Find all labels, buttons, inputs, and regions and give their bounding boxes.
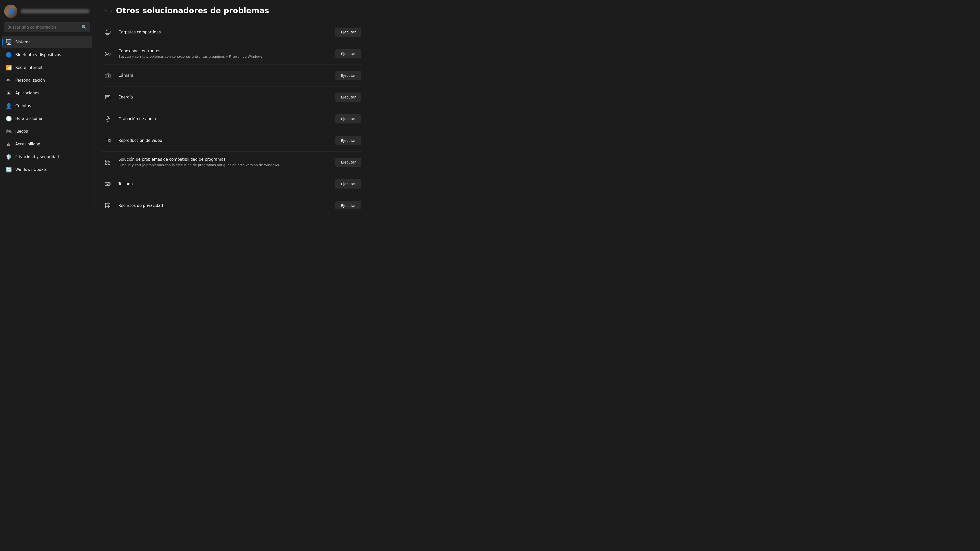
troubleshooter-item-carpetas: Carpetas compartidasEjecutar: [102, 21, 361, 43]
sidebar-item-privacidad[interactable]: 🛡️Privacidad y seguridad: [2, 151, 92, 163]
ejecutar-button-grabacion[interactable]: Ejecutar: [335, 114, 361, 124]
item-text-privacidad-recursos: Recursos de privacidad: [118, 203, 330, 208]
item-title-carpetas: Carpetas compartidas: [118, 30, 330, 35]
aplicaciones-icon: ⊞: [6, 90, 12, 96]
sidebar-item-sistema[interactable]: 🖥️Sistema: [2, 36, 92, 48]
power-icon: [102, 92, 113, 103]
breadcrumb-chevron: ›: [111, 8, 113, 13]
ejecutar-button-energia[interactable]: Ejecutar: [335, 93, 361, 102]
sidebar-item-bluetooth[interactable]: 🔵Bluetooth y dispositivos: [2, 49, 92, 61]
sidebar-item-cuentas[interactable]: 👤Cuentas: [2, 100, 92, 112]
sidebar-item-hora[interactable]: 🕐Hora e idioma: [2, 113, 92, 125]
accesibilidad-icon: ♿: [6, 141, 12, 147]
item-title-energia: Energía: [118, 95, 330, 100]
svg-point-3: [107, 75, 109, 77]
search-input[interactable]: [7, 25, 79, 30]
bluetooth-icon: 🔵: [6, 52, 12, 58]
main-content: ··· › Otros solucionadores de problemas …: [94, 0, 372, 209]
ejecutar-button-compatibilidad[interactable]: Ejecutar: [335, 158, 361, 167]
avatar: 👤: [4, 5, 18, 18]
item-title-conexiones: Conexiones entrantes: [118, 49, 330, 53]
user-name-blurred: [21, 9, 89, 13]
keyboard-icon: [102, 178, 113, 189]
svg-point-1: [107, 53, 108, 55]
cuentas-icon: 👤: [6, 103, 12, 109]
item-title-compatibilidad: Solución de problemas de compatibilidad …: [118, 157, 330, 162]
page-title: Otros solucionadores de problemas: [116, 6, 269, 15]
svg-rect-2: [105, 74, 110, 78]
svg-rect-13: [108, 163, 110, 165]
item-text-teclado: Teclado: [118, 182, 330, 186]
troubleshooter-item-camara: CámaraEjecutar: [102, 65, 361, 86]
item-description-conexiones: Busque y corrija problemas con conexione…: [118, 54, 330, 59]
svg-rect-10: [105, 160, 107, 162]
nav-list: 🖥️Sistema🔵Bluetooth y dispositivos📶Red e…: [0, 36, 94, 176]
sidebar-item-windows-update[interactable]: 🔄Windows Update: [2, 164, 92, 176]
sistema-icon: 🖥️: [6, 39, 12, 45]
sidebar-item-label-windows-update: Windows Update: [15, 167, 48, 172]
troubleshooter-item-video: Reproducción de vídeoEjecutar: [102, 130, 361, 151]
item-title-grabacion: Grabación de audio: [118, 117, 330, 121]
sidebar-item-label-sistema: Sistema: [15, 40, 30, 44]
sidebar-item-label-personalizacion: Personalización: [15, 78, 45, 83]
sidebar-item-label-red: Red e Internet: [15, 65, 43, 70]
sidebar-item-label-privacidad: Privacidad y seguridad: [15, 155, 59, 159]
sidebar-item-label-aplicaciones: Aplicaciones: [15, 91, 39, 95]
ejecutar-button-video[interactable]: Ejecutar: [335, 136, 361, 145]
windows-update-icon: 🔄: [6, 167, 12, 173]
hora-icon: 🕐: [6, 116, 12, 122]
personalizacion-icon: ✏️: [6, 77, 12, 83]
svg-rect-8: [107, 116, 108, 119]
svg-rect-0: [105, 31, 110, 33]
video-icon: [102, 135, 113, 146]
sidebar-item-juegos[interactable]: 🎮Juegos: [2, 125, 92, 138]
ejecutar-button-conexiones[interactable]: Ejecutar: [335, 49, 361, 59]
sidebar-item-label-juegos: Juegos: [15, 129, 28, 134]
item-text-compatibilidad: Solución de problemas de compatibilidad …: [118, 157, 330, 167]
printer-icon: [102, 27, 113, 38]
item-title-privacidad-recursos: Recursos de privacidad: [118, 203, 330, 208]
item-text-grabacion: Grabación de audio: [118, 117, 330, 121]
svg-rect-11: [105, 163, 107, 165]
item-title-video: Reproducción de vídeo: [118, 138, 330, 143]
search-icon: 🔍: [82, 25, 87, 30]
privacy-icon: [102, 200, 113, 209]
item-description-compatibilidad: Busque y corrija problemas con la ejecuc…: [118, 163, 330, 167]
item-text-conexiones: Conexiones entrantesBusque y corrija pro…: [118, 49, 330, 59]
ejecutar-button-carpetas[interactable]: Ejecutar: [335, 27, 361, 37]
item-text-camara: Cámara: [118, 73, 330, 78]
sidebar-item-label-cuentas: Cuentas: [15, 103, 31, 108]
sidebar-item-label-accesibilidad: Accesibilidad: [15, 142, 40, 146]
privacidad-icon: 🛡️: [6, 154, 12, 160]
svg-rect-22: [105, 203, 110, 208]
item-text-carpetas: Carpetas compartidas: [118, 30, 330, 35]
troubleshooter-item-energia: EnergíaEjecutar: [102, 86, 361, 108]
item-title-camara: Cámara: [118, 73, 330, 78]
svg-rect-9: [105, 139, 109, 142]
red-icon: 📶: [6, 65, 12, 71]
item-text-video: Reproducción de vídeo: [118, 138, 330, 143]
camera-icon: [102, 70, 113, 81]
search-box[interactable]: 🔍: [4, 22, 90, 32]
sidebar-item-accesibilidad[interactable]: ♿Accesibilidad: [2, 138, 92, 150]
sidebar-top: 👤: [0, 0, 94, 22]
ejecutar-button-teclado[interactable]: Ejecutar: [335, 179, 361, 189]
breadcrumb-dots: ···: [102, 8, 108, 13]
item-text-energia: Energía: [118, 95, 330, 100]
svg-rect-12: [108, 160, 110, 162]
item-title-teclado: Teclado: [118, 182, 330, 186]
sidebar-item-label-bluetooth: Bluetooth y dispositivos: [15, 52, 61, 57]
sidebar-item-red[interactable]: 📶Red e Internet: [2, 62, 92, 74]
troubleshooter-item-grabacion: Grabación de audioEjecutar: [102, 108, 361, 130]
ejecutar-button-privacidad-recursos[interactable]: Ejecutar: [335, 201, 361, 209]
sidebar-item-personalizacion[interactable]: ✏️Personalización: [2, 74, 92, 86]
troubleshooter-item-teclado: TecladoEjecutar: [102, 173, 361, 195]
ejecutar-button-camara[interactable]: Ejecutar: [335, 71, 361, 80]
troubleshooter-item-privacidad-recursos: Recursos de privacidadEjecutar: [102, 195, 361, 209]
sidebar-item-aplicaciones[interactable]: ⊞Aplicaciones: [2, 87, 92, 99]
sidebar: 👤 🔍 🖥️Sistema🔵Bluetooth y dispositivos📶R…: [0, 0, 94, 209]
sidebar-item-label-hora: Hora e idioma: [15, 116, 42, 121]
page-header: ··· › Otros solucionadores de problemas: [94, 0, 372, 21]
wifi-incoming-icon: [102, 48, 113, 59]
compat-icon: [102, 157, 113, 168]
